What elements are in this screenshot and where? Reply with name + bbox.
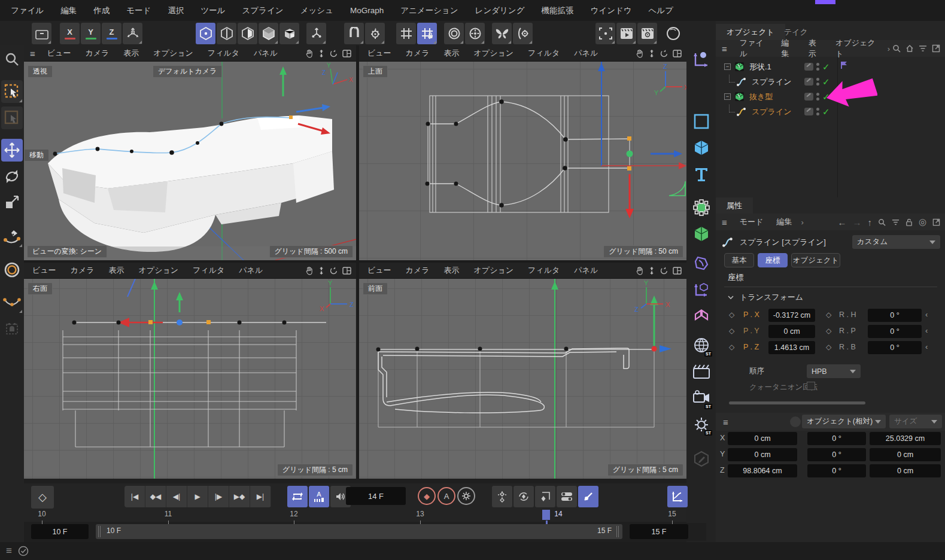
preview-range-slider[interactable]: 10 F 15 F <box>96 524 622 539</box>
spline-pen-axes-icon[interactable] <box>689 48 713 72</box>
toggle-single-view-icon[interactable] <box>342 267 351 275</box>
attr-tab-basic[interactable]: 基本 <box>724 253 754 267</box>
next-key-button[interactable]: ▶◆ <box>229 486 250 507</box>
rotate-view-icon[interactable] <box>329 49 338 58</box>
pan-hand-icon[interactable] <box>305 49 314 58</box>
object-label[interactable]: 形状.1 <box>749 62 771 72</box>
y-pos-input[interactable]: 0 cm <box>728 448 797 461</box>
workplane-grid-icon[interactable] <box>396 23 416 44</box>
om-menu-edit[interactable]: 編集 <box>774 38 801 59</box>
viewport-perspective[interactable]: ≡ ビュー カメラ 表示 オプション フィルタ パネル <box>24 45 356 260</box>
layer-flag-icon[interactable] <box>840 61 848 69</box>
spline-arc-tool[interactable] <box>1 291 23 314</box>
viewport-menu-hamburger-icon[interactable]: ≡ <box>24 48 40 59</box>
search-commander-icon[interactable] <box>1 48 23 71</box>
keyframe-dot[interactable]: ◇ <box>729 327 734 335</box>
vp-menu-camera[interactable]: カメラ <box>399 48 437 59</box>
menu-tools[interactable]: ツール <box>192 5 233 16</box>
cm-hamburger-icon[interactable]: ≡ <box>716 417 736 427</box>
am-forward-icon[interactable]: → <box>852 217 861 227</box>
attr-tab-object[interactable]: オブジェクト <box>791 253 840 267</box>
menu-extensions[interactable]: 機能拡張 <box>533 5 582 16</box>
render-active-view-icon[interactable] <box>616 23 636 44</box>
vp-menu-filter[interactable]: フィルタ <box>200 48 247 59</box>
collapse-toggle[interactable]: − <box>724 93 731 100</box>
previous-selection-tool[interactable] <box>1 106 23 129</box>
interactive-render-region-icon[interactable] <box>595 23 615 44</box>
viewport-front[interactable]: ビュー カメラ 表示 オプション フィルタ パネル <box>359 263 686 479</box>
cm-apply-dot[interactable] <box>790 416 801 427</box>
subdivision-surface-icon[interactable] <box>689 196 713 220</box>
toggle-single-view-icon[interactable] <box>342 50 351 57</box>
symmetry-icon[interactable] <box>689 304 713 328</box>
am-lock-icon[interactable] <box>906 218 913 226</box>
pan-hand-icon[interactable] <box>635 49 644 58</box>
range-start-field[interactable]: 10 F <box>31 524 89 539</box>
circle-spline-tool[interactable] <box>1 258 23 281</box>
vp-menu-panel[interactable]: パネル <box>247 48 285 59</box>
am-back-icon[interactable]: ← <box>837 217 846 227</box>
stage-object-icon[interactable] <box>689 360 713 384</box>
keyframe-diamond-button[interactable]: ◇ <box>31 486 54 509</box>
om-hamburger-icon[interactable]: ≡ <box>716 44 733 54</box>
enabled-check-icon[interactable]: ✓ <box>822 62 830 72</box>
z-rot-input[interactable]: 0 ° <box>807 464 866 477</box>
viewport-right-canvas[interactable]: Y Z X 右面 グリッド間隔 : 5 cm <box>24 279 356 479</box>
edit-toggle-icon[interactable] <box>804 93 813 101</box>
vp-menu-display[interactable]: 表示 <box>437 265 467 276</box>
edit-toggle-icon[interactable] <box>804 63 813 71</box>
om-search-icon[interactable] <box>892 44 901 53</box>
coordinate-mode-dropdown[interactable]: オブジェクト(相対) <box>802 415 886 428</box>
menu-select[interactable]: 選択 <box>159 5 192 16</box>
spline-pen-tool[interactable] <box>1 225 23 248</box>
x-scale-input[interactable]: 25.0329 cm <box>870 432 941 445</box>
render-view-icon[interactable] <box>444 23 464 44</box>
am-up-icon[interactable]: ↑ <box>867 217 872 227</box>
keyframe-dot[interactable]: ◇ <box>826 343 831 351</box>
menu-help[interactable]: ヘルプ <box>640 5 682 16</box>
vp-menu-panel[interactable]: パネル <box>567 265 605 276</box>
tab-attributes[interactable]: 属性 <box>716 197 753 214</box>
visibility-dots[interactable] <box>816 93 819 101</box>
object-row-shape1[interactable]: − 形状.1 ✓ <box>716 59 837 74</box>
vp-menu-display[interactable]: 表示 <box>102 265 132 276</box>
keyframe-dot[interactable]: ◇ <box>826 311 831 319</box>
om-home-icon[interactable] <box>906 44 914 53</box>
axis-z-toggle[interactable]: Z <box>102 23 121 44</box>
range-right-grip[interactable] <box>616 526 620 537</box>
vp-menu-view[interactable]: ビュー <box>359 48 399 59</box>
menu-mesh[interactable]: メッシュ <box>292 5 342 16</box>
menu-spline[interactable]: スプライン <box>234 5 292 16</box>
am-external-icon[interactable] <box>932 218 940 226</box>
spinner-arrow[interactable]: ‹ <box>925 326 928 335</box>
vp-menu-options[interactable]: オプション <box>467 48 521 59</box>
playhead[interactable] <box>542 510 550 520</box>
vp-menu-view[interactable]: ビュー <box>24 265 63 276</box>
axis-modification-icon[interactable] <box>306 23 326 44</box>
status-hamburger-icon[interactable]: ≡ <box>0 545 18 557</box>
play-button[interactable]: ▶ <box>187 486 208 507</box>
pan-hand-icon[interactable] <box>305 266 314 275</box>
coordinate-system-icon[interactable] <box>123 23 142 44</box>
material-ball-icon[interactable] <box>663 23 683 44</box>
range-end-field[interactable]: 15 F <box>630 524 688 539</box>
object-row-cutter[interactable]: − 抜き型 ✓ <box>716 89 837 104</box>
y-scale-input[interactable]: 0 cm <box>870 448 941 461</box>
z-pos-input[interactable]: 98.8064 cm <box>728 464 797 477</box>
keyframe-dot[interactable]: ◇ <box>826 327 831 335</box>
object-label[interactable]: スプライン <box>752 77 792 87</box>
model-mode-button[interactable] <box>259 23 278 44</box>
dolly-icon[interactable] <box>648 266 655 275</box>
keying-settings-button[interactable] <box>457 487 475 505</box>
toggle-single-view-icon[interactable] <box>673 267 682 275</box>
menu-window[interactable]: ウインドウ <box>582 5 640 16</box>
vp-menu-panel[interactable]: パネル <box>232 265 270 276</box>
mirror-tool-icon[interactable] <box>492 23 512 44</box>
rb-input[interactable]: 0 ° <box>868 341 922 354</box>
py-input[interactable]: 0 cm <box>768 325 815 338</box>
rotate-view-icon[interactable] <box>329 266 338 275</box>
vp-menu-options[interactable]: オプション <box>146 48 200 59</box>
om-filter-icon[interactable] <box>919 44 927 53</box>
goto-start-button[interactable]: |◀ <box>124 486 145 507</box>
dolly-icon[interactable] <box>648 49 655 58</box>
